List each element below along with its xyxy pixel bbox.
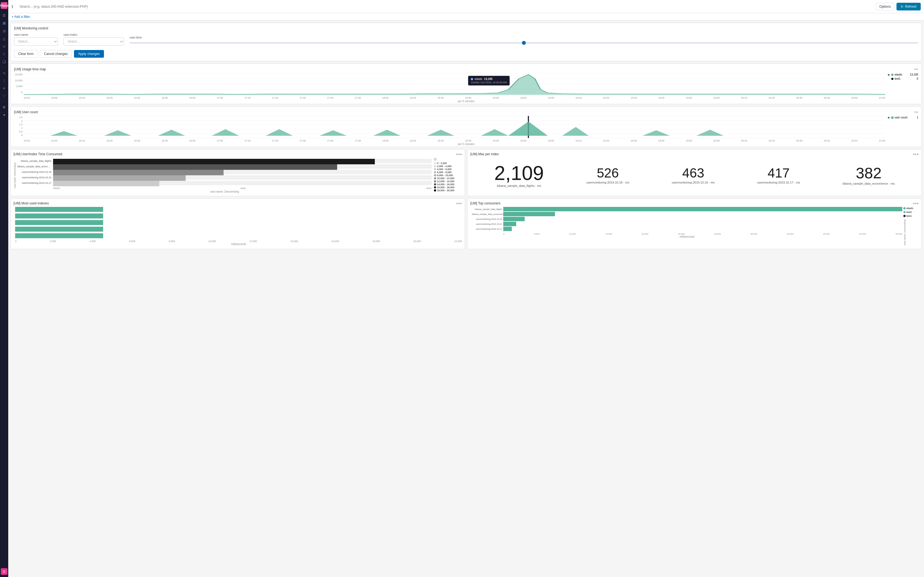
user-index-legend: ⓘ 0 - 2,000 2,000 - 4,000 4,000 - 6,000 …	[432, 158, 462, 193]
content-area: + Add a filter [UM] Monitoring control u…	[8, 13, 924, 577]
sidebar-icon-management[interactable]: ⚙	[1, 104, 7, 110]
top-consumers-menu[interactable]: ●●●	[913, 201, 919, 205]
count-legend-expand[interactable]: ▶	[888, 116, 890, 119]
sidebar-icon-dashboard[interactable]: ⊞	[1, 20, 7, 26]
top-bar-4	[503, 222, 516, 226]
add-filter-link[interactable]: + Add a filter	[11, 15, 30, 19]
usage-time-chart-inner: elastic 13,185 October 21st 2019, 18:25:…	[24, 73, 885, 99]
hbar-fill	[53, 175, 186, 181]
table-row: usermonitoring-2019.10.16	[17, 170, 432, 174]
metric-item-flights: 2,109 kibana_sample_data_flights - ms	[494, 163, 544, 187]
sidebar-icon-maps[interactable]: ☆	[1, 50, 7, 57]
sidebar-icon-ml[interactable]: ❑	[1, 58, 7, 65]
x-label: 17:00	[217, 97, 223, 99]
x-label: 16:00	[51, 97, 58, 99]
monitoring-control-title: [UM] Monitoring control	[14, 26, 918, 30]
top-bar-3	[503, 217, 525, 221]
most-used-bars	[15, 207, 462, 238]
cancel-changes-button[interactable]: Cancel changes	[40, 50, 72, 58]
logo[interactable]: Kibana	[1, 2, 7, 9]
top-consumers-panel: [UM] Top consumers ●●● kibana_sample_dat…	[467, 198, 922, 249]
clear-form-button[interactable]: Clear form	[14, 50, 38, 58]
most-used-chart: 0 2,000 4,000 6,000 8,000 10,000 12,000 …	[13, 207, 462, 246]
user-index-time-menu[interactable]: ●●●	[456, 152, 462, 156]
hbar-track	[53, 175, 432, 180]
top-consumers-bars: kibana_sample_data_flights kibana_sample…	[472, 207, 902, 231]
y-label-15000: 15,000	[15, 73, 23, 76]
user-count-legend: ▶ user count 1	[885, 116, 918, 142]
refresh-button[interactable]: ↻ Refresh	[897, 3, 921, 10]
legend-label-elastic: elastic	[906, 207, 914, 210]
sidebar-icon-dev[interactable]: ✦	[1, 111, 7, 118]
user-index-chart-content: kibana_sample_data_flights kibana_sample…	[17, 158, 432, 193]
top-consumers-x-axis: 0 5,000 10,000 15,000 20,000 25,000 30,0…	[472, 233, 902, 235]
usage-time-map-menu[interactable]: •••	[914, 67, 918, 71]
x-label: 18:00	[382, 97, 389, 99]
x-label: 17:40	[327, 97, 334, 99]
hbar-fill	[53, 159, 375, 164]
search-input[interactable]	[16, 0, 872, 13]
x-label: 20:10	[741, 97, 748, 99]
search-expand-arrow[interactable]: ❯	[8, 5, 16, 8]
x-label: 19:20	[603, 97, 609, 99]
metric-item-2: 526 usermonitoring-2019.10.18 - ms	[586, 166, 629, 184]
sidebar-icon-infra[interactable]: ⋮	[1, 77, 7, 84]
most-used-header: [UM] Most used indexes ●●●	[13, 201, 462, 205]
list-item	[15, 233, 462, 238]
legend-expand-icon[interactable]: ▶	[888, 73, 890, 76]
options-button[interactable]: Options	[876, 3, 894, 10]
svg-marker-19	[373, 130, 401, 136]
user-index-y-axis-label: user.index: Descending	[13, 163, 17, 189]
user-name-select[interactable]: Select...	[14, 37, 58, 46]
sidebar-icon-menu[interactable]: ☰	[1, 12, 7, 19]
x-label: 19:10	[575, 97, 582, 99]
metric-label-4: usermonitoring-2019.10.17 - ms	[757, 181, 800, 184]
user-count-legend-label: user count	[895, 116, 908, 119]
logo-text: Kibana	[0, 4, 9, 7]
test1-legend-dot	[891, 78, 893, 80]
filter-bar: + Add a filter	[8, 13, 924, 21]
user-time-slider[interactable]	[129, 40, 918, 46]
sidebar-icon-apm[interactable]: ∿	[1, 69, 7, 76]
list-item	[15, 207, 462, 212]
sidebar-icon-user[interactable]: D	[1, 568, 7, 575]
form-actions: Clear form Cancel changes Apply changes	[14, 50, 918, 58]
x-label: 18:20	[438, 97, 444, 99]
hbar-track	[53, 170, 432, 174]
x-label: 15:50	[24, 97, 30, 99]
user-index-select[interactable]: Select...	[63, 37, 124, 46]
hbar-track	[53, 181, 432, 185]
usage-time-svg	[24, 73, 885, 95]
hbar-fill	[53, 164, 337, 170]
sidebar-icon-discover[interactable]: ◎	[1, 27, 7, 34]
x-label: 20:20	[769, 97, 775, 99]
sidebar-icon-visualize[interactable]: △	[1, 35, 7, 42]
x-label: 16:40	[162, 97, 168, 99]
list-item: usermonitoring-2019.10.16	[472, 217, 902, 221]
sidebar-icon-canvas[interactable]: ◇	[1, 43, 7, 50]
legend-item-elastic: elastic	[903, 207, 919, 210]
most-used-x-label: milliseconds	[15, 243, 462, 246]
sidebar-icon-logs[interactable]: ≡	[1, 85, 7, 92]
most-used-menu[interactable]: ●●●	[456, 201, 462, 205]
elastic-legend-dot	[891, 74, 893, 76]
most-used-title: [UM] Most used indexes	[13, 201, 49, 205]
user-count-menu[interactable]: •••	[914, 110, 918, 114]
elastic-legend-label: elastic	[895, 73, 902, 76]
svg-marker-18	[320, 130, 347, 136]
svg-marker-5	[24, 74, 885, 95]
charts-row-3: [UM] Most used indexes ●●●	[10, 198, 922, 249]
apply-changes-button[interactable]: Apply changes	[74, 50, 104, 58]
control-form: user.name Select... user.index Select...…	[14, 33, 918, 46]
metric-label-1: kibana_sample_data_flights - ms	[494, 184, 544, 187]
hbar-label: usermonitoring-2019.10.21	[17, 176, 53, 179]
metric-value-3: 463	[672, 166, 715, 180]
user-index-label: user.index	[63, 33, 124, 36]
top-consumers-chart: kibana_sample_data_flights kibana_sample…	[470, 207, 902, 246]
list-item	[15, 213, 462, 218]
sidebar-icon-uptime[interactable]: ♡	[1, 93, 7, 99]
legend-item-test1: test1	[903, 214, 919, 218]
x-label: 17:20	[272, 97, 278, 99]
max-per-index-menu[interactable]: ●●●	[913, 152, 919, 156]
top-bar-2	[503, 212, 555, 216]
